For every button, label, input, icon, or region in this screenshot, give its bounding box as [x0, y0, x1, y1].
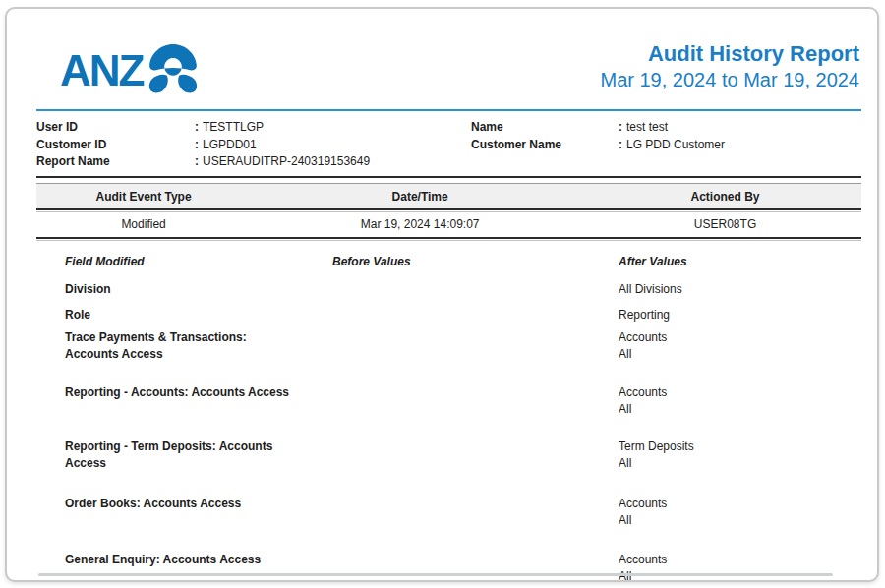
before-value	[332, 329, 619, 363]
header-divider	[36, 109, 861, 111]
anz-logo: ANZ	[60, 48, 200, 101]
after-value: Reporting	[619, 307, 861, 323]
report-info: User ID : TESTTLGP Customer ID : LGPDD01…	[36, 119, 861, 171]
customer-id-value: LGPDD01	[203, 137, 257, 154]
name-value: test test	[626, 119, 668, 137]
separator: :	[195, 137, 199, 154]
detail-row-trace-payments: Trace Payments & Transactions: Accounts …	[36, 329, 861, 363]
name-label: Name	[471, 119, 619, 137]
field-modified-value: Reporting - Accounts: Accounts Access	[65, 384, 332, 418]
detail-row-order-books: Order Books: Accounts Access Accounts Al…	[36, 496, 861, 529]
info-column-left: User ID : TESTTLGP Customer ID : LGPDD01…	[36, 119, 471, 171]
info-row-user-id: User ID : TESTTLGP	[36, 119, 471, 137]
date-time-value: Mar 19, 2024 14:09:07	[251, 217, 589, 231]
report-name-value: USERAUDITRP-240319153649	[203, 153, 370, 171]
customer-name-value: LG PDD Customer	[626, 137, 725, 154]
audit-table-header: Audit Event Type Date/Time Actioned By	[36, 183, 861, 208]
report-page: ANZ Audit History Report Mar 19, 2024 to…	[5, 7, 879, 582]
column-header-field-modified: Field Modified	[65, 255, 332, 268]
before-value	[332, 307, 619, 323]
table-rule	[36, 237, 861, 241]
info-row-customer-name: Customer Name : LG PDD Customer	[471, 137, 861, 154]
field-modified-value: Order Books: Accounts Access	[65, 496, 332, 529]
report-content: ANZ Audit History Report Mar 19, 2024 to…	[7, 9, 877, 582]
audit-event-type-value: Modified	[36, 217, 251, 231]
customer-id-label: Customer ID	[36, 137, 195, 154]
info-row-customer-id: Customer ID : LGPDD01	[36, 137, 471, 154]
field-modified-value: Trace Payments & Transactions: Accounts …	[65, 329, 332, 363]
field-modified-value: General Enquiry: Accounts Access	[65, 552, 332, 583]
field-modified-value: Reporting - Term Deposits: Accounts Acce…	[65, 439, 332, 472]
before-value	[332, 439, 619, 472]
user-id-value: TESTTLGP	[203, 119, 264, 137]
before-value	[332, 281, 619, 298]
before-value	[332, 384, 619, 418]
anz-logo-text: ANZ	[60, 48, 143, 93]
user-id-label: User ID	[36, 119, 195, 137]
report-header: ANZ Audit History Report Mar 19, 2024 to…	[36, 40, 861, 101]
info-row-name: Name : test test	[471, 119, 861, 137]
detail-table-header: Field Modified Before Values After Value…	[36, 255, 861, 268]
column-header-date-time: Date/Time	[251, 190, 589, 204]
detail-row-reporting-term-deposits: Reporting - Term Deposits: Accounts Acce…	[36, 439, 861, 472]
column-header-after-values: After Values	[619, 255, 861, 268]
after-value: Accounts All	[619, 329, 861, 363]
before-value	[332, 552, 619, 583]
after-value: Term Deposits All	[619, 439, 861, 472]
before-value	[332, 496, 619, 529]
after-value: Accounts All	[619, 384, 861, 418]
info-bottom-rule	[36, 176, 861, 178]
after-value: All Divisions	[619, 281, 861, 298]
separator: :	[619, 119, 622, 137]
field-modified-value: Role	[65, 307, 332, 323]
report-name-label: Report Name	[36, 153, 195, 171]
field-modified-value: Division	[65, 281, 332, 298]
column-header-actioned-by: Actioned By	[589, 190, 861, 204]
after-value: Accounts All	[619, 496, 861, 529]
separator: :	[195, 119, 199, 137]
separator: :	[195, 153, 199, 171]
info-column-right: Name : test test Customer Name : LG PDD …	[471, 119, 861, 171]
customer-name-label: Customer Name	[471, 137, 619, 154]
detail-row-general-enquiry: General Enquiry: Accounts Access Account…	[36, 552, 861, 583]
page-end-shadow	[38, 573, 833, 576]
page-title: Audit History Report	[601, 40, 860, 67]
report-date-range: Mar 19, 2024 to Mar 19, 2024	[601, 67, 860, 92]
after-value: Accounts All	[619, 552, 861, 583]
column-header-audit-event-type: Audit Event Type	[36, 190, 251, 204]
column-header-before-values: Before Values	[332, 255, 619, 268]
detail-row-division: Division All Divisions	[36, 281, 861, 298]
anz-person-icon	[147, 42, 200, 101]
detail-row-role: Role Reporting	[36, 307, 861, 323]
audit-table-row: Modified Mar 19, 2024 14:09:07 USER08TG	[36, 212, 861, 237]
detail-row-reporting-accounts: Reporting - Accounts: Accounts Access Ac…	[36, 384, 861, 418]
title-block: Audit History Report Mar 19, 2024 to Mar…	[601, 40, 862, 92]
info-row-report-name: Report Name : USERAUDITRP-240319153649	[36, 153, 471, 171]
separator: :	[619, 137, 622, 154]
actioned-by-value: USER08TG	[589, 217, 861, 231]
